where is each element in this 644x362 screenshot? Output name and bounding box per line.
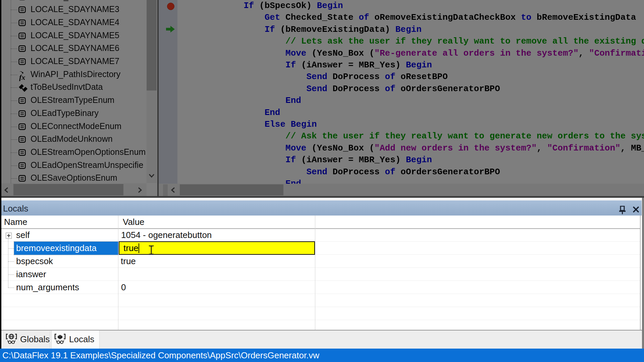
svg-text:fx: fx — [19, 73, 25, 81]
